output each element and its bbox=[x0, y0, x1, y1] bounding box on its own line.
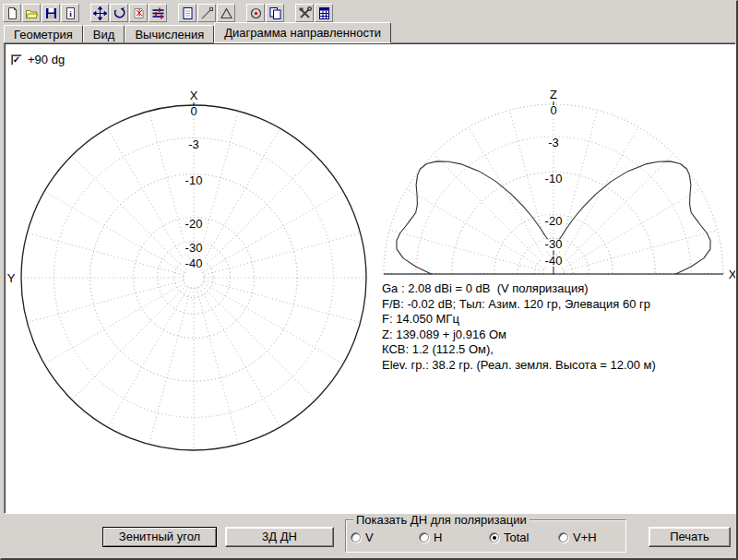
save-icon bbox=[44, 6, 58, 20]
info-line: F/B: -0.02 dB; Тыл: Азим. 120 гр, Элевац… bbox=[382, 297, 656, 313]
svg-text:-40: -40 bbox=[185, 256, 203, 270]
slope-line-icon bbox=[200, 6, 214, 20]
triangle-button[interactable] bbox=[217, 4, 235, 22]
info-line: Z: 139.089 + j0.916 Ом bbox=[382, 328, 656, 343]
toolbar-group bbox=[295, 4, 334, 22]
polarization-groupbox: Показать ДН для поляризации VHTotalV+H bbox=[345, 519, 626, 553]
svg-text:Y: Y bbox=[7, 271, 16, 285]
svg-text:-30: -30 bbox=[185, 241, 203, 255]
toolbar-group bbox=[90, 4, 168, 22]
radio-label: V+H bbox=[573, 530, 597, 544]
move-button[interactable] bbox=[90, 4, 109, 22]
copy-view-icon bbox=[268, 6, 282, 20]
toolbar-group bbox=[246, 4, 285, 22]
info-line: F: 14.050 МГц bbox=[382, 312, 656, 328]
zenith-angle-button[interactable]: Зенитный угол bbox=[102, 527, 217, 547]
3d-pattern-button[interactable]: 3Д ДН bbox=[225, 527, 334, 547]
file-info-button[interactable]: i bbox=[61, 4, 79, 22]
info-line: Ga : 2.08 dBi = 0 dB (V поляризация) bbox=[382, 281, 656, 297]
plot-panel: ✓ +90 dg XY0-3-10-20-30-40ZX0-3-10-20-30… bbox=[4, 42, 736, 514]
triangle-icon bbox=[220, 6, 233, 20]
svg-text:-10: -10 bbox=[185, 173, 203, 187]
edit-wires-button[interactable] bbox=[129, 4, 148, 22]
tab-bar: ГеометрияВидВычисленияДиаграмма направле… bbox=[4, 23, 733, 43]
toolbar-group: i bbox=[3, 4, 80, 22]
tab-radiation-pattern[interactable]: Диаграмма направленности bbox=[214, 22, 391, 43]
svg-text:-3: -3 bbox=[548, 136, 559, 149]
svg-text:-10: -10 bbox=[545, 172, 563, 185]
tune-sliders-button[interactable] bbox=[149, 4, 167, 22]
radio-circle[interactable] bbox=[489, 532, 499, 542]
svg-text:0: 0 bbox=[190, 104, 196, 118]
tab-geometry[interactable]: Геометрия bbox=[4, 25, 83, 43]
save-button[interactable] bbox=[42, 4, 60, 22]
target-button[interactable] bbox=[246, 4, 265, 22]
polarization-radio-h[interactable]: H bbox=[419, 530, 442, 544]
polarization-group-label: Показать ДН для поляризации bbox=[353, 513, 530, 527]
toolbar: i bbox=[3, 3, 734, 23]
svg-text:-40: -40 bbox=[545, 254, 563, 268]
pattern-plots: XY0-3-10-20-30-40ZX0-3-10-20-30-40 bbox=[6, 45, 735, 513]
polarization-radio-v[interactable]: V bbox=[351, 530, 374, 544]
move-icon bbox=[93, 6, 107, 20]
blank-page-button[interactable] bbox=[178, 4, 196, 22]
open-file-icon bbox=[25, 6, 39, 20]
svg-text:-30: -30 bbox=[545, 237, 563, 251]
slope-line-button[interactable] bbox=[197, 4, 216, 22]
file-info-icon: i bbox=[64, 6, 77, 20]
polarization-radio-v-plus-h[interactable]: V+H bbox=[558, 530, 597, 544]
svg-text:-20: -20 bbox=[545, 214, 563, 228]
rotate-icon bbox=[113, 6, 126, 20]
tools-button[interactable] bbox=[295, 4, 314, 22]
open-file-button[interactable] bbox=[22, 4, 41, 22]
radio-circle[interactable] bbox=[351, 532, 361, 542]
svg-text:X: X bbox=[729, 268, 735, 281]
radio-circle[interactable] bbox=[419, 532, 429, 542]
radio-label: H bbox=[434, 530, 442, 544]
svg-text:-20: -20 bbox=[185, 217, 203, 231]
tab-calculations[interactable]: Вычисления bbox=[125, 25, 214, 43]
app-window: i ГеометрияВидВычисленияДиаграмма направ… bbox=[0, 0, 738, 560]
info-line: Elev. гр.: 38.2 гр. (Реал. земля. Высота… bbox=[382, 358, 656, 374]
copy-view-button[interactable] bbox=[266, 4, 284, 22]
tab-view[interactable]: Вид bbox=[83, 25, 125, 43]
calculate-table-button[interactable] bbox=[315, 4, 333, 22]
radio-circle[interactable] bbox=[558, 532, 568, 542]
rotate-button[interactable] bbox=[110, 4, 128, 22]
info-line: КСВ: 1.2 (112.5 Ом), bbox=[382, 342, 656, 358]
new-document-icon bbox=[6, 6, 19, 20]
target-icon bbox=[249, 6, 263, 20]
tools-icon bbox=[298, 6, 312, 20]
radio-label: Total bbox=[504, 530, 529, 544]
toolbar-group bbox=[178, 4, 236, 22]
blank-page-icon bbox=[181, 6, 195, 20]
calculate-table-icon bbox=[317, 6, 331, 20]
edit-wires-icon bbox=[132, 6, 146, 20]
print-button[interactable]: Печать bbox=[649, 527, 731, 547]
new-document-button[interactable] bbox=[3, 4, 21, 22]
svg-text:-3: -3 bbox=[188, 137, 199, 151]
svg-text:X: X bbox=[190, 89, 198, 102]
results-info-block: Ga : 2.08 dBi = 0 dB (V поляризация)F/B:… bbox=[382, 281, 656, 373]
svg-text:0: 0 bbox=[550, 103, 556, 117]
bottom-bar: Зенитный угол 3Д ДН Показать ДН для поля… bbox=[1, 514, 737, 559]
tune-sliders-icon bbox=[151, 6, 165, 20]
svg-text:Z: Z bbox=[550, 88, 557, 101]
radio-label: V bbox=[365, 530, 374, 544]
polarization-radio-total[interactable]: Total bbox=[489, 530, 529, 544]
